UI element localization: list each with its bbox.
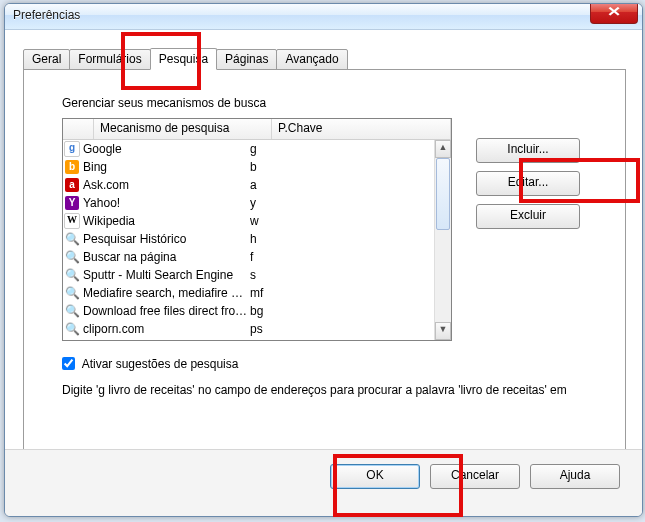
tab-container: Geral Formulários Pesquisa Páginas Avanç… xyxy=(23,48,626,462)
table-row[interactable]: 🔍Mediafire search, mediafire sea...mf xyxy=(63,284,435,302)
include-button[interactable]: Incluir... xyxy=(476,138,580,163)
engine-icon: 🔍 xyxy=(63,230,81,248)
scrollbar[interactable]: ▲ ▼ xyxy=(434,140,451,340)
list-side-buttons: Incluir... Editar... Excluir xyxy=(476,138,580,229)
table-row[interactable]: 🔍Download Mp3 Indonesia - MP...dm xyxy=(63,338,435,340)
table-row[interactable]: YYahoo!y xyxy=(63,194,435,212)
title-bar: Preferências ✕ xyxy=(5,4,642,30)
list-header: Mecanismo de pesquisa P.Chave xyxy=(63,119,451,140)
keyword-hint-text: Digite 'g livro de receitas' no campo de… xyxy=(62,383,595,397)
preferences-dialog: Preferências ✕ Geral Formulários Pesquis… xyxy=(4,3,643,517)
engine-keyword: mf xyxy=(248,284,435,302)
engine-list-container: Mecanismo de pesquisa P.Chave gGooglegbB… xyxy=(62,118,452,341)
tab-panel-pesquisa: Gerenciar seus mecanismos de busca Mecan… xyxy=(23,69,626,462)
list-body: gGooglegbBingbaAsk.comaYYahoo!yWWikipedi… xyxy=(63,140,435,340)
table-row[interactable]: 🔍Buscar na páginaf xyxy=(63,248,435,266)
engine-name: cliporn.com xyxy=(81,320,248,338)
scroll-up-arrow[interactable]: ▲ xyxy=(435,140,451,158)
scroll-down-arrow[interactable]: ▼ xyxy=(435,322,451,340)
tab-pesquisa[interactable]: Pesquisa xyxy=(150,48,217,70)
engine-keyword: b xyxy=(248,158,435,176)
scroll-thumb[interactable] xyxy=(436,158,450,230)
tab-formularios[interactable]: Formulários xyxy=(69,49,150,70)
section-heading: Gerenciar seus mecanismos de busca xyxy=(62,96,595,110)
table-row[interactable]: 🔍Sputtr - Multi Search Engines xyxy=(63,266,435,284)
suggestions-checkbox-row: Ativar sugestões de pesquisa xyxy=(62,357,595,371)
table-row[interactable]: aAsk.coma xyxy=(63,176,435,194)
exclude-button[interactable]: Excluir xyxy=(476,204,580,229)
engine-icon: W xyxy=(63,212,81,230)
tab-strip: Geral Formulários Pesquisa Páginas Avanç… xyxy=(23,48,626,70)
window-title: Preferências xyxy=(13,8,80,22)
engine-icon: 🔍 xyxy=(63,302,81,320)
col-icon-header[interactable] xyxy=(63,119,94,139)
engine-name: Bing xyxy=(81,158,248,176)
engine-name: Wikipedia xyxy=(81,212,248,230)
cancel-button[interactable]: Cancelar xyxy=(430,464,520,489)
engine-icon: 🔍 xyxy=(63,248,81,266)
engine-name: Download Mp3 Indonesia - MP... xyxy=(81,338,248,340)
engine-name: Google xyxy=(81,140,248,158)
col-key-header[interactable]: P.Chave xyxy=(272,119,451,139)
table-row[interactable]: 🔍Pesquisar Históricoh xyxy=(63,230,435,248)
engine-icon: a xyxy=(63,176,81,194)
engine-name: Pesquisar Histórico xyxy=(81,230,248,248)
engine-name: Sputtr - Multi Search Engine xyxy=(81,266,248,284)
engine-name: Ask.com xyxy=(81,176,248,194)
engine-keyword: f xyxy=(248,248,435,266)
col-engine-header[interactable]: Mecanismo de pesquisa xyxy=(94,119,272,139)
table-row[interactable]: WWikipediaw xyxy=(63,212,435,230)
engine-keyword: h xyxy=(248,230,435,248)
table-row[interactable]: gGoogleg xyxy=(63,140,435,158)
engine-keyword: y xyxy=(248,194,435,212)
engine-icon: 🔍 xyxy=(63,266,81,284)
close-button[interactable]: ✕ xyxy=(590,3,638,24)
suggestions-checkbox[interactable] xyxy=(62,357,75,370)
engine-icon: g xyxy=(63,140,81,158)
engine-keyword: a xyxy=(248,176,435,194)
engine-name: Download free files direct from ... xyxy=(81,302,248,320)
tab-avancado[interactable]: Avançado xyxy=(276,49,347,70)
engine-icon: Y xyxy=(63,194,81,212)
engine-icon: 🔍 xyxy=(63,320,81,338)
engine-icon: b xyxy=(63,158,81,176)
ok-button[interactable]: OK xyxy=(330,464,420,489)
table-row[interactable]: 🔍Download free files direct from ...bg xyxy=(63,302,435,320)
edit-button[interactable]: Editar... xyxy=(476,171,580,196)
engine-keyword: bg xyxy=(248,302,435,320)
dialog-button-bar: OK Cancelar Ajuda xyxy=(5,449,642,516)
close-icon: ✕ xyxy=(607,3,621,21)
tab-paginas[interactable]: Páginas xyxy=(216,49,277,70)
tab-geral[interactable]: Geral xyxy=(23,49,70,70)
engine-keyword: s xyxy=(248,266,435,284)
engine-keyword: w xyxy=(248,212,435,230)
suggestions-checkbox-label[interactable]: Ativar sugestões de pesquisa xyxy=(62,357,238,371)
engine-icon: 🔍 xyxy=(63,284,81,302)
engine-keyword: dm xyxy=(248,338,435,340)
engine-name: Buscar na página xyxy=(81,248,248,266)
engine-keyword: ps xyxy=(248,320,435,338)
engine-keyword: g xyxy=(248,140,435,158)
table-row[interactable]: 🔍cliporn.comps xyxy=(63,320,435,338)
table-row[interactable]: bBingb xyxy=(63,158,435,176)
help-button[interactable]: Ajuda xyxy=(530,464,620,489)
engine-name: Yahoo! xyxy=(81,194,248,212)
engine-name: Mediafire search, mediafire sea... xyxy=(81,284,248,302)
engine-list[interactable]: Mecanismo de pesquisa P.Chave gGooglegbB… xyxy=(62,118,452,341)
engine-icon: 🔍 xyxy=(63,338,81,340)
